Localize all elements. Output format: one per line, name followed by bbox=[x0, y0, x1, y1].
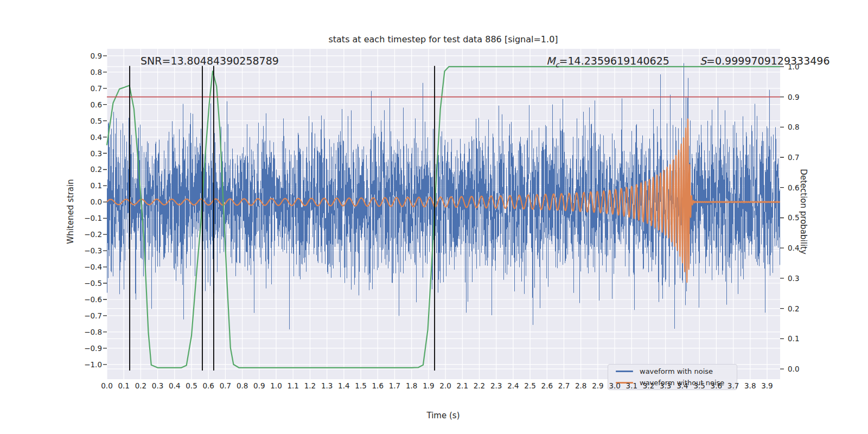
y-left-tick-label: 0.0 bbox=[69, 197, 102, 207]
y-right-tick-label: 0.8 bbox=[788, 122, 799, 132]
y-left-tick-label: −0.6 bbox=[69, 295, 102, 304]
y-right-tick-label: 0.2 bbox=[788, 304, 799, 314]
chirp-mass-subscript: c bbox=[555, 61, 559, 69]
significance-value: =0.9999709129333496 bbox=[706, 55, 829, 67]
y-right-tick-label: 0.3 bbox=[788, 273, 799, 283]
y-left-tick-label: 0.5 bbox=[69, 116, 102, 126]
annotation-chirp-mass: Mc=14.2359619140625 bbox=[546, 55, 669, 69]
y-left-tick-label: −0.2 bbox=[69, 229, 102, 239]
x-tick-label: 3.9 bbox=[756, 381, 778, 390]
y-left-tick-label: −0.4 bbox=[69, 262, 102, 272]
y-left-tick-label: 0.2 bbox=[69, 164, 102, 174]
y-right-axis-label: Detection probability bbox=[799, 169, 808, 254]
y-right-tick-label: 1.0 bbox=[788, 62, 799, 72]
y-right-tick-label: 0.4 bbox=[788, 243, 799, 253]
figure: stats at each timestep for test data 886… bbox=[0, 0, 868, 434]
annotation-significance: S=0.9999709129333496 bbox=[700, 55, 830, 67]
y-left-tick-label: 0.6 bbox=[69, 100, 102, 110]
y-left-tick-label: −0.5 bbox=[69, 278, 102, 288]
annotation-snr: SNR=13.80484390258789 bbox=[141, 55, 279, 67]
y-left-tick-label: −0.1 bbox=[69, 213, 102, 223]
x-axis-label: Time (s) bbox=[427, 411, 460, 420]
y-right-tick-label: 0.1 bbox=[788, 334, 799, 343]
y-left-tick-label: 0.3 bbox=[69, 149, 102, 158]
y-left-tick-label: 0.8 bbox=[69, 67, 102, 77]
chirp-mass-symbol: M bbox=[546, 55, 555, 67]
significance-symbol: S bbox=[700, 55, 706, 67]
y-right-tick-label: 0.7 bbox=[788, 152, 799, 162]
y-left-tick-label: 0.1 bbox=[69, 181, 102, 190]
y-left-tick-label: 0.9 bbox=[69, 51, 102, 61]
y-right-tick-label: 0.5 bbox=[788, 213, 799, 222]
y-right-tick-label: 0.6 bbox=[788, 183, 799, 193]
y-left-tick-label: 0.4 bbox=[69, 132, 102, 142]
y-left-tick-label: −1.0 bbox=[69, 360, 102, 369]
y-right-tick-label: 0.9 bbox=[788, 92, 799, 102]
y-left-tick-label: −0.8 bbox=[69, 327, 102, 337]
chirp-mass-value: =14.2359619140625 bbox=[559, 55, 669, 67]
y-left-tick-label: 0.7 bbox=[69, 84, 102, 93]
y-left-tick-label: −0.3 bbox=[69, 246, 102, 256]
y-left-tick-label: −0.9 bbox=[69, 343, 102, 353]
legend-line-blue-icon bbox=[616, 371, 633, 372]
y-right-tick-label: 0.0 bbox=[788, 364, 799, 374]
legend-item-waveform-with-noise: waveform with noise bbox=[616, 367, 731, 376]
chart-title: stats at each timestep for test data 886… bbox=[328, 34, 558, 44]
y-left-tick-label: −0.7 bbox=[69, 311, 102, 321]
legend-label-with-noise: waveform with noise bbox=[640, 367, 713, 375]
